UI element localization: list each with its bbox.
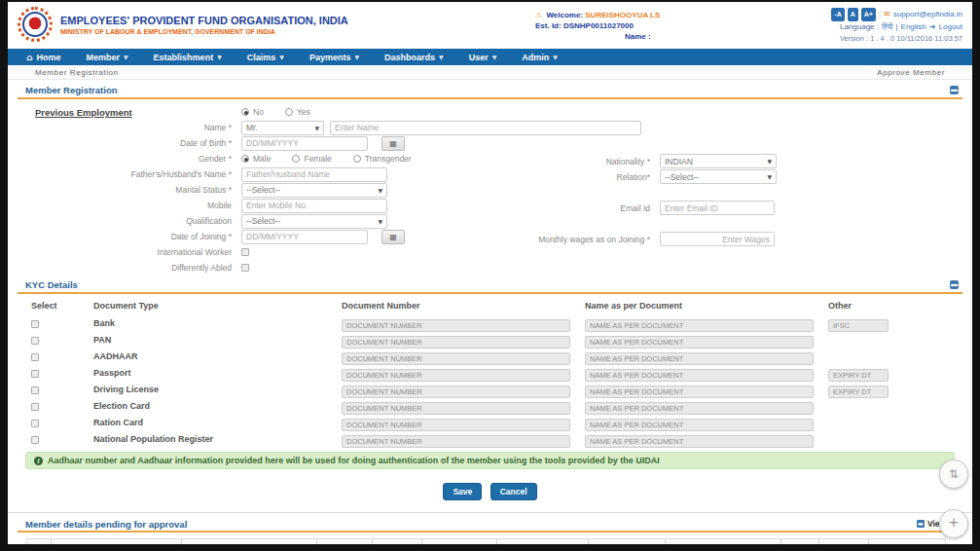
support-email-link[interactable]: support@epfindia.in: [893, 9, 962, 20]
kyc-row-aadhaar: AADHAAR: [18, 348, 962, 364]
font-increase-button[interactable]: A+: [861, 8, 876, 21]
pending-col-gender[interactable]: Gender: [372, 538, 422, 544]
view-all-icon: ▬: [917, 520, 925, 528]
name-input[interactable]: [330, 121, 641, 135]
mobile-input[interactable]: [241, 199, 387, 213]
email-input[interactable]: [660, 201, 775, 215]
relation-label: Relation*: [485, 172, 660, 182]
pending-col-delete[interactable]: Delete: [868, 538, 946, 544]
font-decrease-button[interactable]: -A: [831, 8, 844, 21]
father-husband-label: Father's/Husband's Name *: [18, 169, 241, 179]
prev-employment-no-radio[interactable]: [241, 108, 249, 116]
save-button[interactable]: Save: [443, 483, 482, 500]
chevron-down-icon: ▼: [124, 54, 128, 60]
nationality-label: Nationality *: [485, 157, 660, 166]
welcome-block: ⚠ Welcome: SUREISHOOYUA LS Est. Id: DSNH…: [535, 10, 660, 42]
brand: EMPLOYEES' PROVIDENT FUND ORGANISATION, …: [18, 7, 348, 42]
kyc-aadhaar-checkbox[interactable]: [31, 353, 39, 361]
ministry-name: MINISTRY OF LABOUR & EMPLOYMENT, GOVERNM…: [60, 28, 348, 35]
relation-select[interactable]: --Select--▼: [660, 169, 777, 184]
kyc-npr-name-input[interactable]: [585, 435, 814, 448]
kyc-dl-checkbox[interactable]: [31, 386, 39, 394]
salutation-select[interactable]: Mr.▼: [241, 121, 324, 135]
header-utilities: -A A A+ | ✉ support@epfindia.in Language…: [831, 8, 962, 45]
kyc-dl-expiry-input[interactable]: [828, 386, 889, 398]
pending-col-father[interactable]: Father/Husband Name: [181, 538, 317, 544]
kyc-ration-checkbox[interactable]: [31, 420, 39, 427]
nav-member[interactable]: Member▼: [73, 49, 140, 65]
gender-male-radio[interactable]: [241, 155, 249, 163]
kyc-bank-checkbox[interactable]: [31, 320, 39, 328]
nav-user[interactable]: User▼: [456, 49, 510, 65]
nav-claims[interactable]: Claims▼: [235, 49, 297, 65]
prev-employment-yes-radio[interactable]: [285, 108, 293, 116]
kyc-header-row: Select Document Type Document Number Nam…: [18, 297, 962, 314]
kyc-npr-checkbox[interactable]: [31, 436, 39, 444]
gender-female-radio[interactable]: [292, 155, 300, 163]
kyc-pan-checkbox[interactable]: [31, 337, 39, 345]
pending-col-edit[interactable]: Edit: [818, 538, 869, 544]
logout-icon: ➜: [929, 21, 936, 33]
collapse-icon[interactable]: ▬: [950, 280, 959, 289]
calendar-icon[interactable]: ▦: [381, 230, 405, 244]
registration-form: Previous Employment No Yes Name * Mr.▼ D…: [18, 99, 962, 275]
dob-label: Date of Birth *: [18, 138, 241, 148]
dob-input[interactable]: [241, 136, 368, 151]
pending-col-doj[interactable]: Date of Joining: [496, 538, 589, 544]
breadcrumb-current: Member Registration: [35, 68, 119, 77]
pending-table-header: Name Father/Husband Name Relation Gender…: [27, 538, 953, 544]
cancel-button[interactable]: Cancel: [490, 483, 537, 500]
kyc-npr-number-input[interactable]: [342, 435, 570, 448]
pending-col-relation[interactable]: Relation: [316, 538, 373, 544]
nav-payments[interactable]: Payments▼: [297, 49, 372, 65]
nationality-select[interactable]: INDIAN▼: [660, 154, 777, 168]
collapse-icon[interactable]: ▬: [950, 86, 959, 94]
father-husband-input[interactable]: [241, 167, 387, 182]
kyc-election-checkbox[interactable]: [31, 403, 39, 411]
kyc-col-select: Select: [18, 301, 93, 311]
gender-transgender-radio[interactable]: [353, 155, 361, 163]
pending-col-email[interactable]: E-Mail Id: [665, 538, 781, 544]
marital-status-select[interactable]: --Select--▼: [241, 183, 387, 198]
kyc-passport-checkbox[interactable]: [31, 370, 39, 378]
epfo-logo-icon: [18, 7, 53, 42]
previous-employment-label: Previous Employment: [35, 107, 132, 118]
intl-worker-checkbox[interactable]: [241, 248, 249, 256]
diff-abled-checkbox[interactable]: [241, 264, 249, 272]
nav-dashboards[interactable]: Dashboards▼: [372, 49, 456, 65]
approve-member-link[interactable]: Approve Member: [877, 68, 945, 77]
kyc-col-number: Document Number: [342, 301, 585, 311]
language-english-link[interactable]: English: [901, 21, 926, 33]
language-hindi-link[interactable]: हिंदी: [882, 21, 893, 33]
font-normal-button[interactable]: A: [848, 8, 858, 21]
kyc-row-pan: PAN: [18, 331, 962, 348]
pending-col-dob[interactable]: Date Of Birth: [421, 538, 497, 544]
main-nav: ⌂ Home Member▼ Establishment▼ Claims▼ Pa…: [8, 49, 972, 65]
kyc-bank-ifsc-input[interactable]: [828, 319, 889, 332]
pending-col-name[interactable]: Name: [51, 538, 182, 544]
pending-col-view[interactable]: View: [780, 538, 819, 544]
intl-worker-label: International Worker: [18, 247, 241, 257]
calendar-icon[interactable]: ▦: [381, 136, 405, 151]
wages-input[interactable]: [660, 232, 775, 246]
kyc-row-driving-license: Driving License: [18, 381, 962, 397]
chevron-down-icon: ▼: [492, 54, 497, 60]
kyc-row-election-card: Election Card: [18, 397, 962, 414]
nav-establishment[interactable]: Establishment▼: [141, 49, 235, 65]
doj-label: Date of Joining *: [18, 232, 241, 241]
chevron-down-icon: ▼: [439, 54, 444, 60]
doj-input[interactable]: [241, 230, 368, 244]
marital-status-label: Marital Status *: [18, 185, 241, 195]
language-label: Language :: [840, 21, 879, 33]
pending-col-select: [26, 538, 52, 544]
kyc-row-ration-card: Ration Card: [18, 414, 962, 430]
nav-home[interactable]: ⌂ Home: [14, 49, 73, 65]
scroll-toggle-button[interactable]: ⇅: [939, 459, 968, 489]
kyc-col-name: Name as per Document: [585, 301, 828, 311]
header: EMPLOYEES' PROVIDENT FUND ORGANISATION, …: [8, 2, 972, 49]
pending-col-mobile[interactable]: Mobile: [588, 538, 666, 544]
logout-link[interactable]: Logout: [939, 21, 962, 33]
nav-admin[interactable]: Admin▼: [509, 49, 570, 65]
add-button[interactable]: +: [939, 509, 968, 538]
qualification-select[interactable]: --Select--▼: [241, 214, 387, 229]
